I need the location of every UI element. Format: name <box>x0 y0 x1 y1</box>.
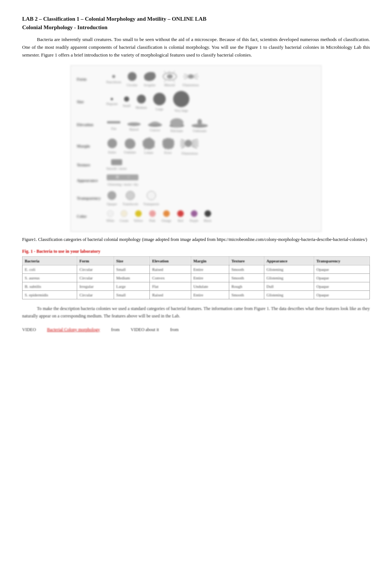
texture-shapes: Smooth / moist <box>106 159 127 170</box>
svg-line-18 <box>184 78 188 79</box>
col-header-transparency: Transparency <box>314 257 369 265</box>
svg-point-31 <box>107 139 117 148</box>
svg-point-52 <box>135 210 142 217</box>
margin-filamentous2: Filamentous <box>180 136 199 155</box>
svg-line-8 <box>173 71 175 73</box>
form-circular: Circular <box>127 71 138 87</box>
svg-point-30 <box>197 119 202 125</box>
table-cell: Small <box>114 291 149 299</box>
margin-entire: Entire <box>106 137 118 154</box>
col-header-elevation: Elevation <box>150 257 191 265</box>
bottom-footer: VIDEO Bacterial Colony morphology from V… <box>22 327 370 333</box>
table-cell: Glistening <box>264 265 314 274</box>
col-header-margin: Margin <box>191 257 229 265</box>
svg-point-57 <box>204 210 211 217</box>
size-label: Size <box>77 99 103 104</box>
svg-point-45 <box>116 176 119 178</box>
table-cell: Smooth <box>229 291 264 299</box>
svg-point-49 <box>147 191 156 200</box>
table-cell: Smooth <box>229 274 264 282</box>
table-row: S. aureusCircularMediumConvexEntireSmoot… <box>23 274 370 282</box>
form-rhizoid: Rhizoid <box>162 71 178 87</box>
table-row: S. epidermidisCircularSmallRaisedEntireS… <box>23 291 370 299</box>
color-pink: Pink <box>148 210 157 222</box>
margin-erose: Erose <box>161 137 175 154</box>
color-cream: Cream <box>120 210 128 222</box>
svg-point-12 <box>188 74 194 79</box>
table-section: Fig. 1 - Bacteria to use in your laborat… <box>22 249 370 299</box>
elevation-flat: Flat <box>106 118 121 130</box>
color-purple: Purple <box>190 210 199 222</box>
figure-caption: Figure1. Classification categories of ba… <box>22 236 370 243</box>
table-row: B. subtilisIrregularLargeFlatUndulateRou… <box>23 282 370 291</box>
table-cell: Opaque <box>314 265 369 274</box>
svg-line-10 <box>173 80 175 82</box>
table-cell: Entire <box>191 265 229 274</box>
svg-point-46 <box>127 176 130 178</box>
table-cell: Rough <box>229 282 264 291</box>
table-cell: B. subtilis <box>23 282 77 291</box>
table-cell: Large <box>114 282 149 291</box>
data-table: Bacteria Form Size Elevation Margin Text… <box>22 256 370 299</box>
table-cell: Circular <box>77 291 114 299</box>
table-cell: Opaque <box>314 274 369 282</box>
form-irregular: Irregular <box>143 71 157 87</box>
appearance-row: Appearance Glistening / moist / dry <box>77 174 315 186</box>
margin-row: Margin Entire Undulate <box>77 136 315 155</box>
svg-line-38 <box>181 139 185 141</box>
size-medium: Medium <box>136 93 147 109</box>
transparency-label: Transparency <box>77 196 103 200</box>
title-line2: Colonial Morphology - Introduction <box>22 23 370 32</box>
table-title: Fig. 1 - Bacteria to use in your laborat… <box>22 249 370 254</box>
texture-label: Texture <box>77 163 103 167</box>
texture-smooth: Smooth / moist <box>106 159 127 170</box>
footer-from2: from <box>170 327 179 333</box>
svg-point-53 <box>149 210 156 217</box>
svg-point-28 <box>170 118 183 127</box>
table-cell: Circular <box>77 274 114 282</box>
transparency-translucent: Translucent <box>123 190 138 206</box>
svg-point-20 <box>124 96 129 102</box>
table-cell: Entire <box>191 274 229 282</box>
margin-undulate: Undulate <box>123 137 137 154</box>
svg-point-11 <box>167 74 173 79</box>
svg-line-16 <box>184 74 188 75</box>
size-pinpoint: Pinpoint <box>106 97 118 106</box>
table-cell: Glistening <box>264 291 314 299</box>
color-row: Color White Cream Yellow Pink Orange <box>77 210 315 222</box>
svg-line-13 <box>194 74 198 75</box>
appearance-glistening: Glistening / moist / dry <box>106 174 140 186</box>
svg-point-4 <box>144 76 150 81</box>
elevation-row: Elevation Flat Raised Conve <box>77 116 315 133</box>
bottom-paragraph: To make the description bacteria colonie… <box>22 305 370 319</box>
svg-point-56 <box>191 210 197 217</box>
size-small: Small <box>123 95 131 108</box>
form-row: Form Punctiform Circular Irregular <box>77 71 315 87</box>
form-filamentous: Filamentous <box>183 71 199 87</box>
svg-point-47 <box>107 191 116 200</box>
svg-point-50 <box>107 210 114 217</box>
table-cell: Glistening <box>264 274 314 282</box>
footer-link[interactable]: Bacterial Colony morphology <box>47 327 100 333</box>
table-cell: Circular <box>77 265 114 274</box>
table-cell: Smooth <box>229 265 264 274</box>
col-header-appearance: Appearance <box>264 257 314 265</box>
table-cell: Flat <box>150 282 191 291</box>
table-cell: Convex <box>150 274 191 282</box>
footer-text1: VIDEO <box>22 327 36 333</box>
margin-label: Margin <box>77 144 103 148</box>
svg-point-22 <box>153 93 166 105</box>
svg-point-0 <box>112 75 115 78</box>
svg-point-51 <box>121 210 127 217</box>
footer-text2: VIDEO about it <box>131 327 159 333</box>
svg-line-9 <box>164 80 166 82</box>
intro-paragraph: Bacteria are inherently small creatures.… <box>22 36 370 59</box>
svg-rect-24 <box>107 121 120 123</box>
title-line1: LAB 2 – Classification 1 – Colonial Morp… <box>22 15 370 23</box>
elevation-shapes: Flat Raised Convex <box>106 116 209 133</box>
table-cell: Undulate <box>191 282 229 291</box>
svg-line-37 <box>192 146 197 148</box>
svg-line-42 <box>181 146 185 148</box>
transparency-row: Transparency Opaque Translucent Transpar… <box>77 190 315 206</box>
color-red: Red <box>176 210 185 222</box>
